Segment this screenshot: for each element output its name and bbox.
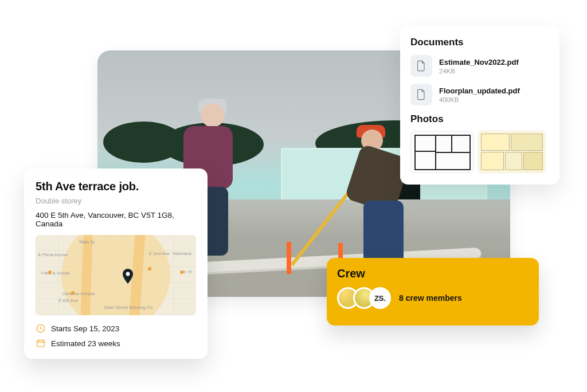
document-name: Estimate_Nov2022.pdf: [439, 58, 519, 66]
crew-count-label: 8 crew members: [399, 293, 462, 303]
svg-point-4: [126, 272, 130, 276]
map-poi-label: & Pizza House: [38, 252, 68, 257]
clock-icon: [36, 323, 46, 334]
job-subtype: Double storey: [36, 197, 196, 205]
map-street-label: Main St: [79, 240, 95, 245]
job-map[interactable]: & Pizza House Field & Social Cartems Don…: [36, 235, 196, 315]
map-poi-label: Main Street Brewing Co: [104, 305, 152, 310]
photo-thumbnail[interactable]: [410, 131, 473, 173]
job-start-label: Starts Sep 15, 2023: [51, 324, 119, 333]
documents-heading: Documents: [410, 37, 549, 48]
crew-card[interactable]: Crew ZS. 8 crew members: [327, 258, 539, 326]
calendar-icon: [36, 338, 46, 348]
job-estimate-row: Estimated 23 weeks: [36, 338, 196, 348]
file-icon: [410, 55, 432, 77]
documents-card: Documents Estimate_Nov2022.pdf 24KB Floo…: [400, 26, 559, 185]
svg-rect-6: [37, 340, 45, 347]
crew-heading: Crew: [337, 267, 529, 280]
job-details-card: 5th Ave terrace job. Double storey 400 E…: [24, 168, 208, 359]
photo-thumbnail[interactable]: [478, 131, 546, 173]
document-row[interactable]: Floorplan_updated.pdf 400KB: [410, 84, 549, 105]
crew-avatars: ZS.: [337, 287, 391, 309]
file-icon: [410, 84, 432, 105]
job-title: 5th Ave terrace job.: [36, 180, 196, 193]
job-estimate-label: Estimated 23 weeks: [51, 339, 120, 348]
map-poi-label: Field & Social: [41, 271, 69, 276]
map-pin-icon: [122, 269, 134, 285]
document-row[interactable]: Estimate_Nov2022.pdf 24KB: [410, 55, 549, 77]
document-size: 24KB: [439, 68, 519, 75]
map-poi-label: Netmeira: [173, 251, 191, 256]
photos-strip: [410, 131, 549, 180]
document-size: 400KB: [439, 96, 520, 103]
photos-heading: Photos: [410, 113, 549, 125]
job-address: 400 E 5th Ave, Vancouver, BC V5T 1G8, Ca…: [36, 211, 196, 228]
avatar[interactable]: ZS.: [369, 287, 391, 309]
map-poi-label: Cartems Donuts: [62, 291, 95, 296]
document-name: Floorplan_updated.pdf: [439, 87, 520, 95]
job-start-row: Starts Sep 15, 2023: [36, 323, 196, 334]
map-street-label: E 6th Ave: [58, 298, 78, 303]
map-street-label: E 2nd Ave: [149, 251, 170, 256]
